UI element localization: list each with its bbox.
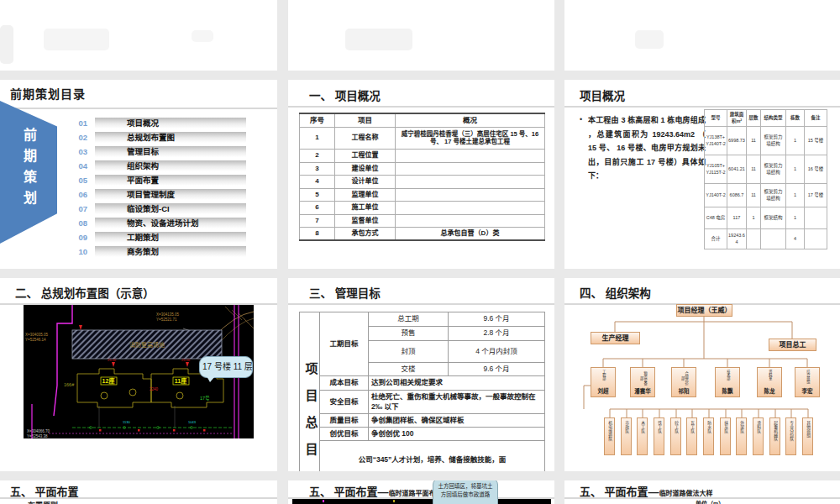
org-team-box: 涂料队 [753, 417, 764, 455]
earthwork-callout-bubble: 土方回填区，将基坑土方回填后做市政道路 [433, 480, 498, 504]
cell: 7 [300, 214, 335, 227]
col-header: 备注 [805, 110, 827, 127]
toc-item[interactable]: 03管理目标 [0, 146, 277, 158]
cell: 杜绝死亡、重伤和重大机械等事故，一般事故控制在 2‰ 以下 [369, 391, 545, 414]
col-header: 建筑面积m² [727, 110, 747, 127]
cad-dim: 1043 [188, 420, 197, 424]
cad-dim: 1130 [123, 420, 130, 424]
cell: 1 [747, 207, 761, 229]
org-team-box: 机电维修队 [604, 417, 615, 455]
table-row: 1工程名称威宁碧桂园丹桂香堤（三）高层住宅区 15 号、16 号、 17 号楼土… [300, 127, 545, 149]
cell: 8 [300, 227, 335, 240]
table-row: 8承包方式总承包自营（D）类 [300, 227, 545, 240]
slide-temp-road-plan[interactable]: 五、 平面布置—临时道路平面布置图 土方回填区，将基坑土方回填后做市政道路 [288, 480, 554, 504]
col-header: 序号 [300, 113, 335, 127]
slide-partial-top-3[interactable] [564, 0, 840, 71]
cell: 15 号楼 [805, 127, 827, 155]
cell: 封顶 [369, 341, 449, 363]
cad-plot-label: 166# [64, 382, 75, 387]
cell: 总工期 [369, 312, 449, 327]
col-header: 结构类型 [761, 110, 786, 127]
toc-label: 商务策划 [95, 246, 246, 257]
cad-strip [292, 499, 551, 504]
toc-item[interactable]: 08物资、设备进场计划 [0, 218, 277, 229]
org-team-box: 防水队 [703, 417, 714, 455]
toc-number: 01 [66, 118, 87, 128]
slide-temp-road-detail[interactable]: 五、 平面布置—临时道路做法大样 单位（m） [564, 480, 840, 504]
cell: 争创集团样板、确保区域样板 [369, 414, 545, 428]
toc-number: 09 [66, 233, 87, 242]
toc-bar: 项目管理制度 [95, 189, 246, 200]
slide-toc[interactable]: 前期策划目录 前期策划 01项目概况 02总规划布置图 03管理目标 04组织架… [0, 80, 277, 269]
title-divider [0, 497, 277, 499]
org-root-box: 项目经理（王威） [676, 304, 732, 317]
cell: 4 个月内封顶 [449, 341, 545, 363]
toc-number: 08 [66, 218, 87, 228]
title-divider [288, 106, 554, 108]
slide-site-plan[interactable]: 二、 总规划布置图（示意） 消防登高场地 X=304135.05 Y=52521… [0, 278, 277, 471]
cad-elevation: 25.10 [181, 358, 191, 362]
slide-partial-top-1[interactable] [0, 0, 277, 71]
table-row: YJ138T+YJ140T-26998.7311框架剪力墙结构115 号楼 [705, 127, 827, 155]
cell [396, 214, 545, 227]
toc-number: 06 [66, 190, 87, 199]
toc-number: 03 [66, 147, 87, 156]
cell: 6998.73 [727, 127, 747, 155]
cell [761, 229, 786, 249]
cell: 17 号楼 [805, 184, 827, 207]
toc-label: 总规划布置图 [95, 132, 246, 143]
toc-bar: 组织架构 [95, 160, 246, 171]
toc-item[interactable]: 01项目概况 [0, 118, 277, 129]
side-header: 项目总目 [300, 312, 320, 472]
org-dept-box: 合同造价部祁阳 [671, 367, 696, 397]
cell [396, 162, 545, 175]
cad-label-green: 17号 [200, 396, 210, 402]
toc-bar: 工期策划 [95, 232, 246, 243]
org-team-box: 起重机械队 [769, 417, 780, 455]
cell: 2.8 个月 [449, 327, 545, 341]
cell: 1 [786, 184, 805, 207]
cell: 工程名称 [335, 127, 396, 149]
toc-item[interactable]: 05平面布置 [0, 175, 277, 186]
org-dept-box: 资料室陈龙 [757, 367, 782, 397]
toc-item[interactable]: 10商务策划 [0, 246, 277, 258]
title-divider [0, 108, 277, 109]
slide-layout-principles[interactable]: 五、 平面布置 布置原则 [0, 480, 277, 504]
toc-bar: 管理目标 [95, 146, 246, 157]
toc-number: 05 [66, 176, 87, 185]
cell: 合计 [705, 229, 727, 249]
toc-label: 项目管理制度 [95, 189, 246, 200]
cad-coord: Y=52521.71 [156, 318, 177, 322]
cell: 4 [786, 229, 805, 249]
callout-text: 17 号楼 11 层 [200, 357, 252, 377]
toc-item[interactable]: 07临设策划-CI [0, 203, 277, 215]
slide-project-overview[interactable]: 一、 项目概况 序号项目概况 1工程名称威宁碧桂园丹桂香堤（三）高层住宅区 15… [288, 80, 554, 269]
toc-item[interactable]: 06项目管理制度 [0, 189, 277, 201]
cell: 9.6 个月 [449, 363, 545, 376]
cad-building-label: 11座 [175, 377, 186, 385]
toc-item[interactable]: 02总规划布置图 [0, 132, 277, 144]
toc-item[interactable]: 04组织架构 [0, 160, 277, 172]
title-divider [288, 303, 554, 305]
page-title: 三、 管理目标 [309, 284, 381, 301]
toc-item[interactable]: 09工期策划 [0, 232, 277, 244]
cell: 总承包自营（D）类 [396, 227, 545, 240]
slide-partial-top-2[interactable] [288, 0, 554, 71]
col-header: 项目 [335, 113, 396, 127]
toc-bar: 物资、设备进场计划 [95, 218, 246, 228]
toc-bar: 项目概况 [95, 118, 246, 129]
cell: 交楼 [369, 363, 449, 376]
toc-label: 工期策划 [95, 232, 246, 243]
section-label: 布置原则 [28, 500, 58, 504]
org-team-box: 瓦工队 [686, 417, 697, 455]
toc-bar: 商务策划 [95, 246, 246, 257]
table-row: 安全目标杜绝死亡、重伤和重大机械等事故，一般事故控制在 2‰ 以下 [300, 391, 545, 414]
slide-project-detail[interactable]: 项目概况 • 本工程由 3 栋高层和 1 栋电房组成 ，总建筑面积为 19243… [564, 80, 840, 269]
slide-org-chart[interactable]: 四、 组织架构 项目经理（王威） 生产经理 项目总工 工程部刘超 物资设备部潘赛… [564, 278, 840, 471]
cad-coord: X=304035.05 [25, 333, 48, 337]
cad-speck [323, 500, 324, 502]
cell: 2 [300, 149, 335, 162]
org-team-box: 其他班组 [802, 417, 813, 455]
slide-management-goals[interactable]: 三、 管理目标 项目总目 工期目标 总工期 9.6 个月 预售2.8 个月 封顶… [288, 278, 554, 471]
cell: 9.6 个月 [449, 312, 545, 327]
